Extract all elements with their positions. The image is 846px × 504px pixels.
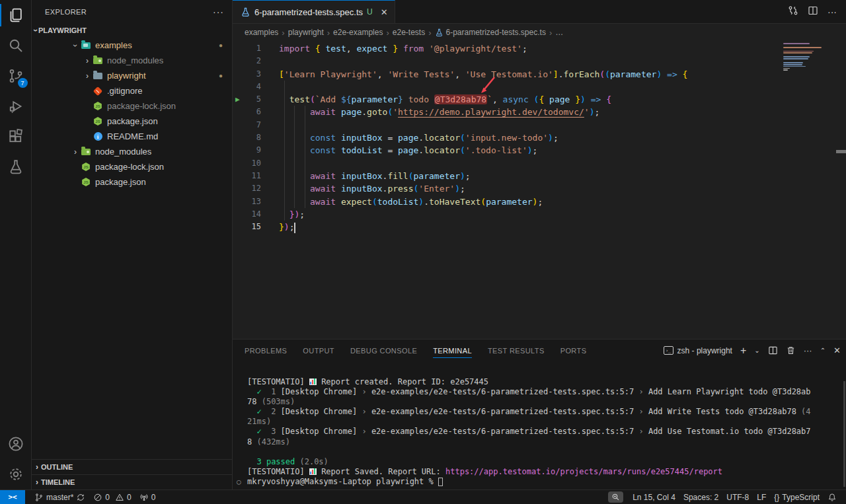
code-lines: import { test, expect } from '@playwrigh… (279, 42, 780, 233)
problems-item[interactable]: 0 0 (89, 490, 135, 504)
testing-icon[interactable] (0, 152, 32, 182)
panel-tab-test-results[interactable]: TEST RESULTS (488, 340, 545, 361)
git-branch-item[interactable]: master* (30, 490, 89, 504)
open-changes-icon[interactable] (788, 5, 798, 18)
branch-name: master* (46, 493, 73, 502)
project-section-header[interactable]: › PLAYWRIGHT (32, 23, 232, 38)
code-line: await page.goto('https://demo.playwright… (279, 106, 780, 118)
breadcrumb-item-0[interactable]: examples (245, 28, 278, 37)
remote-indicator[interactable]: >< (0, 490, 25, 504)
eol-item[interactable]: LF (753, 490, 770, 504)
line-number: 6 (233, 106, 263, 118)
terminal-line: 21ms) (247, 417, 846, 427)
kill-terminal-icon[interactable] (786, 345, 796, 355)
breadcrumb-separator: › (549, 28, 552, 38)
tree-item-node_modules[interactable]: ›node_modules (32, 144, 232, 159)
search-icon[interactable] (0, 30, 32, 61)
run-test-icon[interactable]: ▶ (235, 93, 240, 106)
line-number: 3 (233, 68, 263, 81)
tree-item-.gitignore[interactable]: .gitignore (32, 83, 232, 98)
explorer-icon[interactable] (0, 0, 32, 30)
terminal-session[interactable]: ›_ zsh - playwright (664, 346, 732, 355)
code-editor[interactable]: 12345▶6789101112131415 import { test, ex… (233, 41, 846, 339)
indentation-item[interactable]: Spaces: 2 (679, 490, 722, 504)
tab-label: 6-parametrized-tests.spec.ts (254, 7, 363, 17)
ports-item[interactable]: 0 (135, 490, 160, 504)
explorer-more-actions-icon[interactable]: ··· (213, 7, 224, 17)
explorer-sidebar: EXPLORER ··· › PLAYWRIGHT ›examples●›nod… (32, 0, 233, 489)
line-number: 1 (233, 42, 263, 55)
node-file-icon: JS (93, 101, 103, 112)
code-line: ['Learn Playwright', 'Write Tests', 'Use… (279, 68, 780, 81)
chevron-right-icon: › (36, 478, 38, 487)
timeline-section[interactable]: › TIMELINE (32, 474, 232, 489)
extensions-icon[interactable] (0, 122, 32, 152)
chevron-right-icon: › (70, 147, 81, 157)
terminal-line (247, 447, 846, 457)
breadcrumb-item-4[interactable]: 6-parametrized-tests.spec.ts (435, 28, 546, 37)
new-terminal-icon[interactable]: + (740, 345, 746, 357)
panel-tab-terminal[interactable]: TERMINAL (433, 340, 472, 361)
file-label: package-lock.json (107, 101, 176, 111)
tree-item-node_modules[interactable]: ›node_modules (32, 53, 232, 68)
breadcrumb-item-3[interactable]: e2e-tests (393, 28, 425, 37)
chevron-down-icon: › (31, 29, 40, 32)
file-label: playwright (107, 71, 146, 81)
source-control-icon[interactable]: 7 (0, 61, 32, 91)
file-label: .gitignore (107, 86, 142, 96)
encoding-item[interactable]: UTF-8 (722, 490, 753, 504)
text-cursor (294, 223, 295, 233)
code-line: await expect(todoList).toHaveText(parame… (279, 196, 780, 208)
folder-icon (93, 55, 103, 66)
chevron-right-icon: › (82, 71, 93, 81)
tree-item-examples[interactable]: ›examples● (32, 38, 232, 53)
tree-item-package.json[interactable]: JSpackage.json (32, 114, 232, 129)
panel-tab-output[interactable]: OUTPUT (303, 340, 334, 361)
tree-item-package-lock.json[interactable]: JSpackage-lock.json (32, 98, 232, 114)
line-number: 8 (233, 131, 263, 144)
breadcrumb-item-1[interactable]: playwright (288, 28, 324, 37)
minimap[interactable] (783, 43, 824, 71)
terminal-cursor (438, 478, 443, 486)
chevron-down-icon: › (71, 40, 80, 51)
breadcrumb-item-5[interactable]: … (555, 28, 563, 37)
line-number: 11 (233, 170, 263, 182)
split-terminal-icon[interactable] (768, 345, 778, 355)
tree-item-playwright[interactable]: ›playwright● (32, 68, 232, 83)
cursor-position-item[interactable]: Ln 15, Col 4 (629, 490, 679, 504)
code-line (279, 81, 780, 93)
screencast-zoom-icon[interactable] (608, 491, 623, 503)
file-label: node_modules (107, 55, 163, 65)
panel-tab-debug-console[interactable]: DEBUG CONSOLE (350, 340, 417, 361)
tree-item-package-lock.json[interactable]: JSpackage-lock.json (32, 159, 232, 174)
breadcrumb-item-2[interactable]: e2e-examples (333, 28, 383, 37)
account-icon[interactable] (0, 429, 32, 459)
tree-item-README.md[interactable]: iREADME.md (32, 129, 232, 144)
terminal-output[interactable]: [TESTOMATIO] Report created. Report ID: … (233, 361, 846, 489)
settings-gear-icon[interactable] (0, 459, 32, 489)
folder-icon (81, 147, 91, 157)
file-label: package.json (95, 177, 146, 187)
terminal-dropdown-icon[interactable]: ⌄ (754, 347, 759, 354)
bottom-panel: PROBLEMSOUTPUTDEBUG CONSOLETERMINALTEST … (233, 339, 846, 489)
maximize-panel-icon[interactable]: ⌃ (820, 347, 826, 354)
test-flask-icon (241, 7, 250, 17)
error-count: 0 (105, 493, 110, 502)
close-icon[interactable]: ✕ (381, 7, 388, 17)
language-mode-item[interactable]: {} TypeScript (770, 490, 824, 504)
panel-tab-problems[interactable]: PROBLEMS (245, 340, 287, 361)
run-debug-icon[interactable] (0, 91, 32, 122)
notifications-bell-icon[interactable] (824, 490, 841, 504)
terminal-line: 3 passed (2.0s) (247, 457, 846, 467)
tab-6-parametrized-tests[interactable]: 6-parametrized-tests.spec.ts U ✕ (233, 0, 395, 23)
outline-section[interactable]: › OUTLINE (32, 459, 232, 474)
close-panel-icon[interactable]: ✕ (833, 345, 841, 355)
terminal-line: ✓ 1 [Desktop Chrome] › e2e-examples/e2e-… (247, 387, 846, 397)
breadcrumb-separator: › (428, 28, 431, 38)
panel-more-actions-icon[interactable]: ··· (804, 345, 812, 355)
split-editor-icon[interactable] (808, 5, 818, 18)
code-line: const todoList = page.locator('.todo-lis… (279, 144, 780, 157)
tree-item-package.json[interactable]: JSpackage.json (32, 174, 232, 190)
more-actions-icon[interactable]: ··· (827, 7, 837, 17)
panel-tab-ports[interactable]: PORTS (560, 340, 587, 361)
